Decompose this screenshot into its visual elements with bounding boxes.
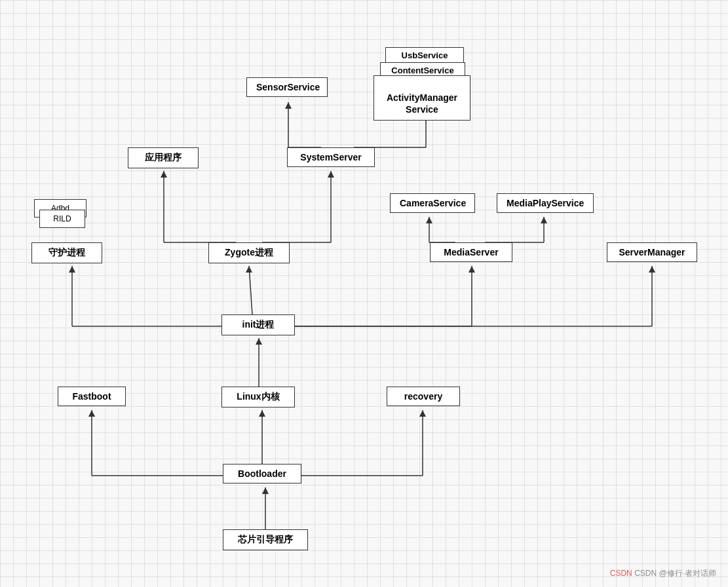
node-fastboot: Fastboot (58, 387, 126, 406)
svg-marker-11 (256, 338, 262, 345)
svg-marker-9 (419, 410, 426, 417)
node-mediaplayservice: MediaPlayService (497, 193, 594, 213)
svg-marker-13 (246, 266, 252, 273)
node-sensorservice: SensorService (246, 77, 328, 97)
node-rild: RILD (39, 210, 85, 228)
node-yingyong: 应用程序 (128, 147, 199, 168)
node-zygote: Zygote进程 (208, 242, 290, 263)
watermark: CSDN CSDN @修行·者对话师 (610, 568, 716, 579)
node-servermanager: ServerManager (607, 242, 697, 262)
svg-marker-28 (328, 171, 334, 178)
svg-marker-19 (469, 266, 475, 273)
svg-marker-6 (88, 410, 95, 417)
node-cameraservice: CameraService (390, 193, 475, 213)
svg-marker-1 (262, 487, 269, 494)
svg-marker-31 (285, 102, 292, 109)
arrows-svg (0, 0, 728, 587)
node-chip: 芯片引导程序 (223, 529, 308, 550)
svg-marker-22 (649, 266, 655, 273)
node-activitymanager: ActivityManager Service (374, 75, 470, 121)
svg-line-12 (249, 266, 252, 314)
svg-marker-16 (69, 266, 75, 273)
node-init: init进程 (221, 314, 295, 335)
node-bootloader: Bootloader (223, 464, 301, 483)
svg-marker-40 (541, 217, 547, 223)
svg-marker-37 (426, 217, 432, 223)
node-systemserver: SystemServer (287, 147, 375, 167)
svg-marker-25 (161, 171, 167, 178)
node-linux: Linux内核 (221, 387, 295, 407)
node-usbservice: UsbService (385, 47, 464, 64)
node-mediaserver: MediaServer (430, 242, 512, 262)
node-recovery: recovery (387, 387, 460, 406)
svg-marker-3 (259, 410, 265, 417)
diagram-canvas: 芯片引导程序 Bootloader Fastboot Linux内核 recov… (0, 0, 728, 587)
node-shouhu: 守护进程 (31, 242, 102, 263)
